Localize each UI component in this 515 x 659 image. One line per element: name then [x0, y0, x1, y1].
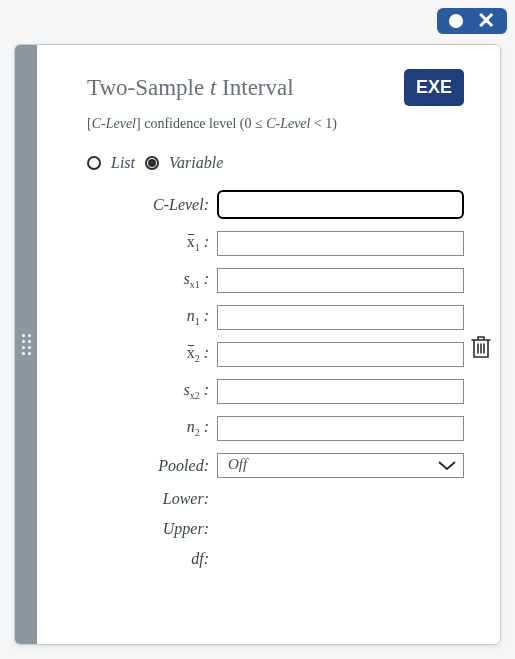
subtitle: [C-Level] confidence level (0 ≤ C-Level …: [87, 116, 464, 132]
radio-variable[interactable]: [145, 156, 159, 170]
row-upper: Upper:: [87, 520, 464, 538]
label-n1: n1 :: [87, 307, 217, 327]
row-sx1: sx1 :: [87, 268, 464, 293]
title-pre: Two-Sample: [87, 75, 210, 100]
trash-icon: [470, 335, 492, 359]
grip-icon: [22, 334, 31, 355]
label-pooled: Pooled:: [87, 457, 217, 475]
select-pooled[interactable]: Off: [217, 453, 464, 478]
titlebar-controls: ✕: [437, 8, 507, 34]
input-sx2[interactable]: [217, 379, 464, 404]
label-sx1: sx1 :: [87, 270, 217, 290]
data-mode-row: List Variable: [87, 154, 464, 172]
dialog-card: Two-Sample t Interval EXE [C-Level] conf…: [14, 44, 501, 645]
input-n2[interactable]: [217, 416, 464, 441]
radio-list[interactable]: [87, 156, 101, 170]
label-xbar1: x1 :: [87, 233, 217, 253]
delete-button[interactable]: [470, 335, 492, 363]
row-n1: n1 :: [87, 305, 464, 330]
row-pooled: Pooled: Off: [87, 453, 464, 478]
input-clevel[interactable]: [217, 190, 464, 219]
label-sx2: sx2 :: [87, 381, 217, 401]
row-lower: Lower:: [87, 490, 464, 508]
input-n1[interactable]: [217, 305, 464, 330]
radio-list-label: List: [111, 154, 135, 172]
label-n2: n2 :: [87, 418, 217, 438]
row-clevel: C-Level:: [87, 190, 464, 219]
title-post: Interval: [216, 75, 293, 100]
status-dot-icon: [449, 14, 463, 28]
label-df: df:: [87, 550, 217, 568]
header-row: Two-Sample t Interval EXE: [87, 69, 464, 106]
drag-handle[interactable]: [15, 45, 37, 644]
row-df: df:: [87, 550, 464, 568]
select-pooled-wrap: Off: [217, 453, 464, 478]
radio-variable-label: Variable: [169, 154, 223, 172]
label-upper: Upper:: [87, 520, 217, 538]
dialog-title: Two-Sample t Interval: [87, 75, 294, 101]
label-clevel: C-Level:: [87, 196, 217, 214]
label-xbar2: x2 :: [87, 344, 217, 364]
input-sx1[interactable]: [217, 268, 464, 293]
input-xbar2[interactable]: [217, 342, 464, 367]
row-sx2: sx2 :: [87, 379, 464, 404]
execute-button[interactable]: EXE: [404, 69, 464, 106]
row-xbar2: x2 :: [87, 342, 464, 367]
label-lower: Lower:: [87, 490, 217, 508]
dialog-content: Two-Sample t Interval EXE [C-Level] conf…: [37, 45, 500, 644]
close-button[interactable]: ✕: [477, 14, 495, 28]
row-xbar1: x1 :: [87, 231, 464, 256]
row-n2: n2 :: [87, 416, 464, 441]
input-xbar1[interactable]: [217, 231, 464, 256]
